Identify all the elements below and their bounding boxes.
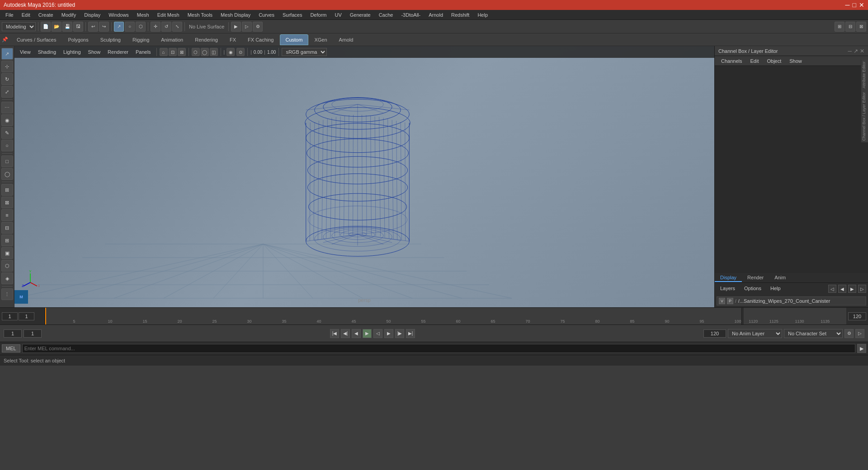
close-button[interactable]: ✕ (859, 1, 864, 9)
menu-generate[interactable]: Generate (346, 11, 374, 19)
tool12[interactable]: ⊞ (1, 235, 13, 246)
ipr-btn[interactable]: ▷ (242, 22, 252, 32)
next-frame-btn[interactable]: ▶ (384, 329, 393, 338)
options-menu[interactable]: Options (741, 285, 765, 295)
anim-extra-btn[interactable]: ▷ (855, 329, 864, 338)
show-menu[interactable]: Show (786, 57, 806, 65)
layer-play-prev-btn[interactable]: ◀ (838, 285, 846, 293)
save-btn[interactable]: 💾 (62, 22, 72, 32)
tool14[interactable]: ⬡ (1, 260, 13, 272)
channel-box-tab[interactable]: Channel Box / Layer Editor (861, 90, 868, 143)
sculpt-tool[interactable]: ◉ (1, 114, 13, 126)
menu-create[interactable]: Create (35, 11, 57, 19)
select-tool-btn[interactable]: ↗ (114, 22, 124, 32)
rotate-btn[interactable]: ↺ (161, 22, 171, 32)
workspace-selector[interactable]: Modeling (2, 22, 36, 31)
prev-key-btn[interactable]: ◀| (341, 329, 350, 338)
timeline-playhead[interactable] (45, 308, 46, 324)
menu-deform[interactable]: Deform (307, 11, 330, 19)
anim-start-input[interactable] (4, 329, 22, 338)
tab-arnold[interactable]: Arnold (333, 34, 359, 45)
menu-mesh[interactable]: Mesh (133, 11, 153, 19)
channel-box-minimize[interactable]: ─ (848, 48, 852, 54)
shading-menu[interactable]: Shading (35, 48, 59, 56)
next-key-btn[interactable]: |▶ (395, 329, 404, 338)
camera-home-btn[interactable]: ⌂ (160, 48, 168, 56)
play-btn[interactable]: ▶ (363, 329, 372, 338)
rotate-tool[interactable]: ↻ (1, 73, 13, 85)
move-btn[interactable]: ✛ (151, 22, 160, 32)
render-btn[interactable]: ▶ (231, 22, 241, 32)
texture-btn[interactable]: ◫ (210, 48, 218, 56)
menu-edit[interactable]: Edit (18, 11, 34, 19)
tool13[interactable]: ▣ (1, 247, 13, 259)
view-menu[interactable]: View (17, 48, 33, 56)
menu-mesh-tools[interactable]: Mesh Tools (184, 11, 216, 19)
paint-tool[interactable]: ✎ (1, 127, 13, 139)
tool16[interactable]: ⋮ (1, 288, 13, 300)
menu-redshift[interactable]: Redshift (448, 11, 473, 19)
panels-menu[interactable]: Panels (133, 48, 154, 56)
smooth-btn[interactable]: ◯ (201, 48, 209, 56)
channel-box-close[interactable]: ✕ (860, 48, 864, 54)
render-settings-btn[interactable]: ⚙ (253, 22, 263, 32)
menu-display[interactable]: Display (80, 11, 104, 19)
menu-3dto-all[interactable]: -3DtoAll- (397, 11, 424, 19)
tab-xgen[interactable]: XGen (308, 34, 333, 45)
frame-sel-btn[interactable]: ⊠ (178, 48, 186, 56)
minimize-button[interactable]: ─ (845, 1, 850, 9)
renderer-menu[interactable]: Renderer (105, 48, 131, 56)
menu-help[interactable]: Help (474, 11, 491, 19)
sphere-tool[interactable]: ◯ (1, 168, 13, 180)
maximize-button[interactable]: □ (853, 1, 856, 9)
mel-execute-btn[interactable]: ▶ (857, 344, 866, 353)
color-space-select[interactable]: sRGB gamma (282, 48, 327, 56)
menu-uv[interactable]: UV (331, 11, 345, 19)
scale-btn[interactable]: ⤡ (172, 22, 182, 32)
tab-display[interactable]: Display (715, 274, 742, 282)
redo-btn[interactable]: ↪ (99, 22, 109, 32)
menu-surfaces[interactable]: Surfaces (279, 11, 306, 19)
object-menu[interactable]: Object (763, 57, 785, 65)
tool11[interactable]: ⊟ (1, 222, 13, 234)
paint-btn[interactable]: ⬡ (136, 22, 146, 32)
tool9[interactable]: ⊠ (1, 197, 13, 208)
tab-render[interactable]: Render (742, 274, 769, 282)
ui-toggle-btn[interactable]: ⊟ (845, 22, 855, 32)
tab-sculpting[interactable]: Sculpting (94, 34, 127, 45)
grid-tool[interactable]: ⊞ (1, 184, 13, 196)
tool15[interactable]: ◈ (1, 273, 13, 284)
mel-input[interactable] (22, 344, 855, 353)
wireframe-btn[interactable]: ⬡ (192, 48, 200, 56)
menu-windows[interactable]: Windows (105, 11, 132, 19)
prev-frame-btn[interactable]: ◀ (352, 329, 361, 338)
lasso-btn[interactable]: ○ (125, 22, 135, 32)
lighting-menu[interactable]: Lighting (61, 48, 84, 56)
edit-menu[interactable]: Edit (746, 57, 762, 65)
channels-menu[interactable]: Channels (717, 57, 745, 65)
end-frame-input[interactable] (848, 312, 866, 320)
tab-fx-caching[interactable]: FX Caching (242, 34, 279, 45)
menu-modify[interactable]: Modify (58, 11, 80, 19)
timeline[interactable]: 5 10 15 20 25 30 35 40 45 50 55 60 65 70 (0, 308, 868, 325)
undo-btn[interactable]: ↩ (88, 22, 98, 32)
viewport[interactable]: View Shading Lighting Show Renderer Pane… (14, 46, 714, 307)
play-rev-btn[interactable]: ◁ (373, 329, 382, 338)
display-type-btn[interactable]: ⊙ (236, 48, 245, 56)
layer-visibility[interactable]: V (719, 298, 725, 304)
open-btn[interactable]: 📂 (52, 22, 61, 32)
menu-arnold[interactable]: Arnold (425, 11, 447, 19)
menu-mesh-display[interactable]: Mesh Display (217, 11, 254, 19)
menu-edit-mesh[interactable]: Edit Mesh (154, 11, 183, 19)
select-tool[interactable]: ↗ (1, 48, 13, 60)
menu-cache[interactable]: Cache (375, 11, 397, 19)
frame-current-input[interactable] (24, 329, 42, 338)
start-frame-input[interactable] (2, 312, 18, 320)
tab-animation[interactable]: Animation (155, 34, 189, 45)
anim-end-input[interactable] (703, 329, 726, 338)
layer-next-btn[interactable]: ▷ (858, 285, 866, 293)
layer-prev-btn[interactable]: ◁ (828, 285, 836, 293)
tab-curves-surfaces[interactable]: Curves / Surfaces (11, 34, 62, 45)
soft-mod-tool[interactable]: ⋯ (1, 102, 13, 113)
timeline-ruler[interactable]: 5 10 15 20 25 30 35 40 45 50 55 60 65 70 (45, 308, 741, 324)
